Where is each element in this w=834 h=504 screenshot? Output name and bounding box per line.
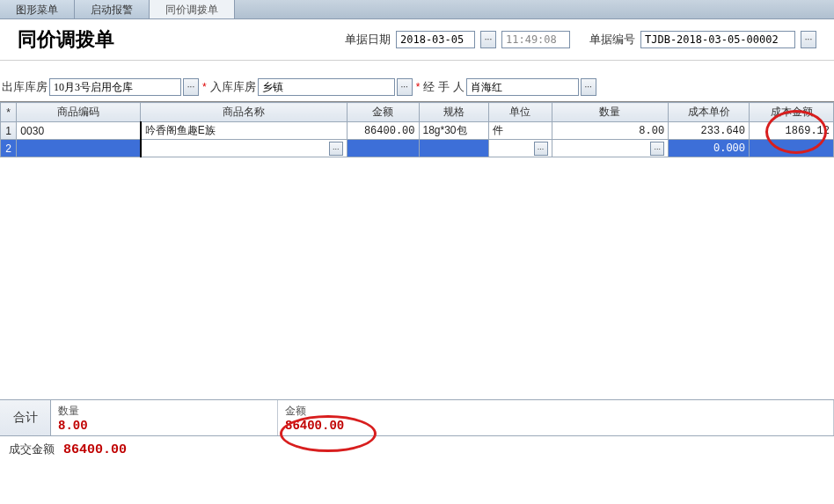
in-warehouse-input[interactable]	[258, 78, 395, 96]
handler-input[interactable]	[466, 78, 579, 96]
cell-spec[interactable]	[419, 140, 489, 157]
col-cost-price[interactable]: 成本单价	[669, 103, 750, 122]
out-warehouse-label: 出库库房	[2, 79, 48, 95]
table-row[interactable]: 2 ··· ··· ··· 0.000	[1, 140, 834, 157]
cell-code[interactable]	[17, 140, 141, 157]
cell-unit[interactable]: 件	[489, 122, 552, 140]
cell-lookup-btn[interactable]: ···	[534, 142, 548, 156]
summary-label: 合计	[0, 400, 51, 435]
summary-qty-value: 8.00	[58, 419, 270, 433]
col-cost-amount[interactable]: 成本金额	[750, 103, 834, 122]
col-code[interactable]: 商品编码	[17, 103, 141, 122]
cell-cost-price[interactable]: 0.000	[669, 140, 750, 157]
cell-cost-amount[interactable]: 1869.12	[750, 122, 834, 140]
col-amount[interactable]: 金额	[347, 103, 419, 122]
summary-qty: 数量 8.00	[51, 400, 278, 435]
handler-picker[interactable]: ···	[581, 78, 596, 96]
cell-amount[interactable]: 86400.00	[347, 122, 419, 140]
summary-amount-value: 86400.00	[285, 419, 826, 433]
date-label: 单据日期	[345, 32, 391, 47]
docno-input[interactable]	[640, 31, 795, 48]
filter-row: 出库库房 ··· * 入库库房 ··· * 经 手 人 ···	[0, 60, 834, 101]
summary-amount-label: 金额	[285, 404, 826, 419]
cell-name[interactable]: ···	[141, 140, 348, 157]
row-number: 2	[1, 140, 17, 157]
cell-amount[interactable]	[347, 140, 419, 157]
bottom-total-row: 成交金额 86400.00	[0, 436, 834, 463]
cell-cost-price[interactable]: 233.640	[669, 122, 750, 140]
col-unit[interactable]: 单位	[489, 103, 552, 122]
required-star: *	[202, 81, 207, 93]
col-spec[interactable]: 规格	[419, 103, 489, 122]
cell-unit[interactable]: ···	[489, 140, 552, 157]
table-header-row: * 商品编码 商品名称 金额 规格 单位 数量 成本单价 成本金额	[1, 103, 834, 122]
out-warehouse-picker[interactable]: ···	[183, 78, 199, 96]
date-input[interactable]	[396, 31, 475, 48]
col-name[interactable]: 商品名称	[141, 103, 348, 122]
deal-amount-label: 成交金额	[9, 442, 55, 457]
title-row: 同价调拨单 单据日期 ··· 单据编号 ···	[0, 19, 834, 60]
summary-row: 合计 数量 8.00 金额 86400.00	[0, 399, 834, 436]
summary-qty-label: 数量	[58, 404, 270, 419]
page-title: 同价调拨单	[18, 26, 114, 53]
cell-name[interactable]: 吟香阁鱼趣E族	[141, 122, 348, 140]
handler-label: 经 手 人	[423, 79, 464, 95]
required-star-2: *	[416, 81, 421, 93]
tab-graphic-menu[interactable]: 图形菜单	[0, 0, 75, 18]
cell-cost-amount[interactable]	[750, 140, 834, 157]
cell-lookup-btn[interactable]: ···	[650, 142, 664, 156]
cell-qty[interactable]: 8.00	[552, 122, 669, 140]
in-warehouse-label: 入库库房	[210, 79, 256, 95]
summary-amount: 金额 86400.00	[278, 400, 834, 435]
docno-picker-btn[interactable]: ···	[801, 31, 816, 48]
date-picker-btn[interactable]: ···	[480, 31, 496, 48]
out-warehouse-input[interactable]	[49, 78, 181, 96]
in-warehouse-picker[interactable]: ···	[397, 78, 413, 96]
tabs-bar: 图形菜单 启动报警 同价调拨单	[0, 0, 834, 19]
docno-label: 单据编号	[589, 32, 635, 47]
cell-lookup-btn[interactable]: ···	[329, 142, 343, 156]
table-row[interactable]: 1 0030 吟香阁鱼趣E族 86400.00 18g*30包 件 8.00 2…	[1, 122, 834, 140]
time-input[interactable]	[501, 31, 570, 48]
cell-spec[interactable]: 18g*30包	[419, 122, 489, 140]
cell-code[interactable]: 0030	[17, 122, 141, 140]
col-star[interactable]: *	[1, 103, 17, 122]
row-number: 1	[1, 122, 17, 140]
data-grid: * 商品编码 商品名称 金额 规格 单位 数量 成本单价 成本金额 1 0030…	[0, 101, 834, 399]
tab-transfer-doc[interactable]: 同价调拨单	[150, 0, 235, 18]
grid-empty-area	[0, 157, 834, 399]
col-qty[interactable]: 数量	[552, 103, 669, 122]
cell-qty[interactable]: ···	[552, 140, 669, 157]
tab-alarm[interactable]: 启动报警	[75, 0, 150, 18]
deal-amount-value: 86400.00	[63, 442, 127, 457]
